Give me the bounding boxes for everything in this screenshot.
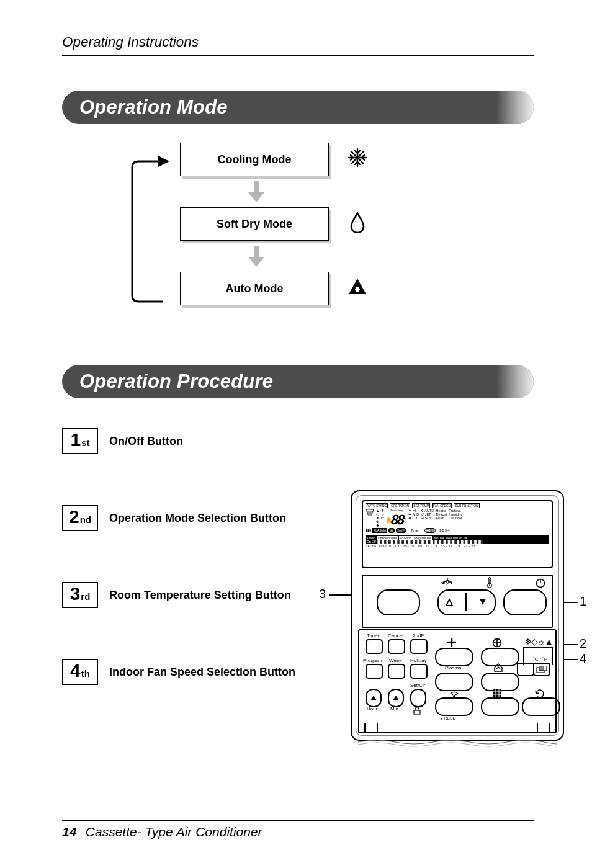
step-suffix: nd xyxy=(80,514,91,525)
page-header: Operating Instructions xyxy=(62,34,534,50)
step-suffix: th xyxy=(81,668,90,679)
bracket-line xyxy=(523,647,553,648)
step-suffix: rd xyxy=(81,591,90,602)
hinge-icon xyxy=(537,723,550,733)
plasma-badge: PLASMA xyxy=(372,528,387,533)
soft-dry-mode-box: Soft Dry Mode xyxy=(180,207,329,241)
snowflake-icon xyxy=(346,148,369,172)
lcd-hours-scale: Set no. Time 01 · 03 · 05 · 07 · 09 · 11… xyxy=(366,544,549,548)
cycle-arrow-icon xyxy=(127,151,169,310)
zone-button[interactable] xyxy=(435,648,473,666)
setclr-button[interactable] xyxy=(410,689,426,707)
step-4-label: Indoor Fan Speed Selection Button xyxy=(109,666,295,679)
power-button[interactable] xyxy=(503,589,547,615)
svg-marker-18 xyxy=(446,599,452,606)
reset-button[interactable] xyxy=(522,697,560,716)
snow-sun-icons: ❄☼⟳ xyxy=(381,509,384,520)
step-number: 1 xyxy=(70,431,81,449)
label-plasma: Plasma xyxy=(445,665,462,671)
lock-wifi-icon: 🔒📶 xyxy=(387,517,391,524)
svg-rect-31 xyxy=(493,689,501,697)
cover-wave xyxy=(358,738,557,748)
lock-badge: 🔒 xyxy=(388,528,395,533)
svg-marker-6 xyxy=(248,192,264,202)
fan-rotate-icon xyxy=(441,577,454,589)
auto-triangle-icon xyxy=(346,277,369,300)
step-1-box: 1 st xyxy=(62,428,98,454)
lock-icon xyxy=(413,706,421,717)
svg-rect-7 xyxy=(254,246,259,257)
label-holiday: Holiday xyxy=(410,658,427,663)
callout-1: 1 xyxy=(580,594,586,609)
sub-col2: PreheatHumidityOut door xyxy=(449,509,462,520)
mode-flow: Cooling Mode Soft Dry Mode Auto Mod xyxy=(62,143,534,305)
step-4-box: 4 th xyxy=(62,659,98,685)
remote-diagram: 3 1 2 4 AUTO SWING OPERATION SET TEMP FA… xyxy=(329,490,590,741)
zone-badge: ZONE xyxy=(424,528,436,533)
section-title: Operation Procedure xyxy=(79,370,273,393)
callout-line xyxy=(329,594,351,596)
step-suffix: st xyxy=(81,437,89,448)
power-icon xyxy=(536,578,545,591)
lcd-badge: AUTO SWING xyxy=(366,503,388,508)
svg-rect-5 xyxy=(254,181,259,192)
step-3-box: 3 rd xyxy=(62,582,98,608)
program-button[interactable] xyxy=(366,664,383,679)
mode-icons-row: ❄◇☼▲ xyxy=(524,637,553,647)
temp-button[interactable] xyxy=(437,589,496,615)
lcd-badge: SET TEMP xyxy=(412,503,430,508)
week-button[interactable] xyxy=(388,664,405,679)
hour-button[interactable] xyxy=(366,689,382,707)
section-operation-procedure: Operation Procedure xyxy=(62,365,534,398)
svg-marker-8 xyxy=(248,257,264,267)
label-week: Week xyxy=(389,658,401,663)
step-2-label: Operation Mode Selection Button xyxy=(109,512,286,525)
cf-label: ˚C / ˚F xyxy=(533,656,547,662)
step-3-label: Room Temperature Setting Button xyxy=(109,589,291,602)
holiday-button[interactable] xyxy=(410,664,428,679)
steps-list: 1 st On/Off Button 2 nd Operation Mode S… xyxy=(62,428,295,736)
page-number: 14 xyxy=(62,825,76,839)
bracket-line xyxy=(552,647,553,665)
fan-speed-col: ✲ HI✲ MID✲ LO xyxy=(408,509,419,520)
mode-icons: ▲◇☀✢❖ xyxy=(376,509,379,527)
fan-button[interactable] xyxy=(377,589,420,615)
label-reset: ● RESET xyxy=(440,716,459,720)
footer-title: Cassette- Type Air Conditioner xyxy=(86,825,262,839)
cover-panel: Timer Cancel 2ndF ❄◇☼▲ ˚C / ˚F xyxy=(358,629,557,733)
2ndf-button[interactable] xyxy=(410,639,428,654)
lcd-badge: OPERATION xyxy=(390,503,410,508)
header-rule xyxy=(62,55,534,56)
swing-icon xyxy=(366,509,374,516)
sub-col1: HeaterDefrostFilter xyxy=(436,509,447,520)
cf-button[interactable] xyxy=(533,663,550,676)
cancel-button[interactable] xyxy=(388,639,405,654)
label-hour: Hour xyxy=(367,706,377,712)
callout-4: 4 xyxy=(580,651,586,666)
thermometer-icon xyxy=(486,577,493,591)
label-setclr: Set/Clr xyxy=(410,682,425,688)
label-min: Min xyxy=(390,706,398,712)
lcd-screen: AUTO SWING OPERATION SET TEMP FAN SPEED … xyxy=(362,500,553,568)
section-title: Operation Mode xyxy=(79,96,228,119)
signal-icon: ▮▮▮ xyxy=(366,529,371,532)
connect-button[interactable] xyxy=(435,697,473,716)
secondf-badge: 2ndF xyxy=(396,528,405,533)
label-timer: Timer xyxy=(367,633,379,638)
zone-numbers: 1 2 3 4 xyxy=(439,529,450,532)
svg-rect-10 xyxy=(355,289,360,290)
auto-col: ✲ AUTO↺ JET⊖ SLo xyxy=(421,509,434,520)
temp-digits: 88 xyxy=(390,512,404,528)
lcd-badge: SUB FUNCTION xyxy=(454,503,480,508)
down-arrow-icon xyxy=(248,246,264,267)
timer-button[interactable] xyxy=(366,639,383,654)
schedule-button[interactable] xyxy=(481,697,519,716)
mode-select-button[interactable] xyxy=(517,663,534,676)
label-2ndf: 2ndF xyxy=(413,633,424,638)
page-footer: 14 Cassette- Type Air Conditioner xyxy=(62,820,534,839)
remote-outer: AUTO SWING OPERATION SET TEMP FAN SPEED … xyxy=(351,490,564,741)
step-number: 4 xyxy=(70,661,81,680)
min-button[interactable] xyxy=(388,689,404,707)
callout-2: 2 xyxy=(580,637,586,651)
lcd-badge: FAN SPEED xyxy=(432,503,452,508)
